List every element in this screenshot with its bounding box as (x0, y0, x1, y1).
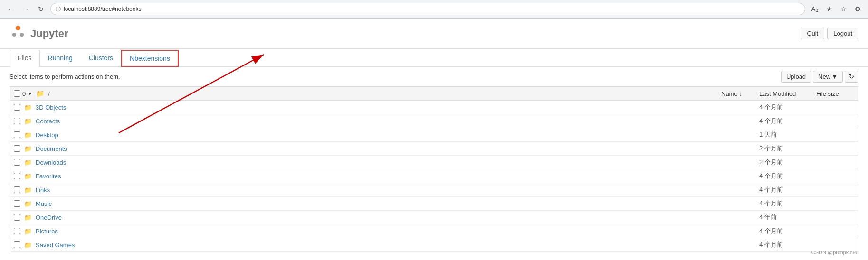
file-checkbox[interactable] (14, 118, 20, 124)
file-row-left: 📁 Music (14, 200, 759, 207)
breadcrumb-sep: / (48, 90, 50, 97)
browser-toolbar: ← → ↻ ⓘ localhost:8889/tree#notebooks A₂… (0, 0, 868, 18)
file-row-left: 📁 Saved Games (14, 241, 759, 249)
upload-button[interactable]: Upload (781, 71, 811, 83)
select-count: 0 (22, 90, 26, 97)
refresh-button[interactable]: ↻ (35, 3, 47, 15)
back-button[interactable]: ← (5, 3, 16, 15)
new-dropdown-arrow: ▼ (831, 73, 838, 80)
forward-button[interactable]: → (20, 3, 31, 15)
table-row: 📁 Links 4 个月前 (10, 183, 858, 197)
file-row-right: 4 个月前 (759, 172, 854, 180)
select-message: Select items to perform actions on them. (10, 73, 120, 80)
file-row-left: 📁 Pictures (14, 228, 759, 235)
file-name-link[interactable]: Contacts (36, 118, 60, 125)
tab-files[interactable]: Files (10, 50, 40, 67)
folder-icon: 📁 (24, 159, 32, 166)
col-last-modified-header: Last Modified (759, 90, 816, 97)
svg-point-0 (16, 26, 20, 30)
new-button[interactable]: New ▼ (813, 71, 843, 83)
extensions-button[interactable]: ★ (823, 3, 835, 15)
folder-icon: 📁 (24, 241, 32, 249)
quit-button[interactable]: Quit (801, 28, 824, 39)
header-buttons: Quit Logout (801, 28, 858, 39)
breadcrumb-folder-icon: 📁 (36, 90, 44, 97)
file-modified: 4 个月前 (759, 117, 816, 125)
file-row-left: 📁 Contacts (14, 118, 759, 125)
file-modified: 2 个月前 (759, 158, 816, 167)
address-text: localhost:8889/tree#notebooks (64, 6, 141, 12)
table-row: 📁 3D Objects 4 个月前 (10, 101, 858, 114)
table-row: 📁 Music 4 个月前 (10, 197, 858, 211)
svg-point-2 (20, 33, 24, 37)
file-checkbox[interactable] (14, 200, 20, 207)
file-name-link[interactable]: 3D Objects (36, 104, 66, 111)
select-dropdown-arrow[interactable]: ▼ (28, 91, 32, 96)
file-list-header: 0 ▼ 📁 / Name ↓ Last Modified File s (10, 86, 858, 101)
reader-mode-button[interactable]: A₂ (809, 3, 820, 15)
table-row: 📁 Downloads 2 个月前 (10, 156, 858, 169)
tab-clusters[interactable]: Clusters (81, 50, 121, 67)
file-name-link[interactable]: Pictures (36, 228, 58, 235)
jupyter-tabs: Files Running Clusters Nbextensions (0, 50, 868, 67)
file-checkbox[interactable] (14, 241, 20, 248)
file-row-left: 📁 Favorites (14, 173, 759, 180)
folder-icon: 📁 (24, 214, 32, 221)
file-name-link[interactable]: Links (36, 186, 50, 194)
table-row: 📁 Contacts 4 个月前 (10, 114, 858, 128)
file-modified: 4 个月前 (759, 186, 816, 194)
file-checkbox[interactable] (14, 145, 20, 152)
file-checkbox[interactable] (14, 214, 20, 221)
file-row-right: 4 个月前 (759, 103, 854, 111)
table-row: 📁 Documents 2 个月前 (10, 142, 858, 156)
logout-button[interactable]: Logout (827, 28, 858, 39)
file-name-link[interactable]: Documents (36, 145, 67, 152)
toolbar-left: Select items to perform actions on them. (10, 73, 120, 80)
sort-icon: ↓ (739, 90, 743, 97)
header-left: 0 ▼ 📁 / (14, 90, 721, 97)
toolbar-refresh-button[interactable]: ↻ (845, 71, 858, 83)
name-label: Name (721, 90, 738, 97)
file-name-link[interactable]: Favorites (36, 173, 61, 180)
file-name-link[interactable]: OneDrive (36, 214, 62, 221)
file-name-link[interactable]: Music (36, 200, 52, 207)
col-name-header[interactable]: Name ↓ (721, 90, 759, 97)
file-checkbox[interactable] (14, 104, 20, 111)
folder-icon: 📁 (24, 228, 32, 235)
file-modified: 4 个月前 (759, 241, 816, 249)
file-modified: 2 个月前 (759, 144, 816, 153)
file-checkbox[interactable] (14, 173, 20, 179)
table-row: 📁 Pictures 4 个月前 (10, 224, 858, 238)
jupyter-logo-text: Jupyter (30, 28, 68, 40)
file-row-right: 4 个月前 (759, 227, 854, 235)
file-row-left: 📁 Downloads (14, 159, 759, 166)
file-row-right: 2 个月前 (759, 144, 854, 153)
favorites-button[interactable]: ☆ (838, 3, 849, 15)
tab-nbextensions[interactable]: Nbextensions (121, 50, 179, 67)
browser-chrome: ← → ↻ ⓘ localhost:8889/tree#notebooks A₂… (0, 0, 868, 19)
file-row-right: 1 天前 (759, 130, 854, 139)
jupyter-page: Jupyter Quit Logout Files Running Cluste… (0, 19, 868, 260)
address-bar[interactable]: ⓘ localhost:8889/tree#notebooks (50, 3, 805, 15)
jupyter-toolbar: Select items to perform actions on them.… (0, 67, 868, 86)
file-modified: 4 个月前 (759, 199, 816, 208)
file-name-link[interactable]: Desktop (36, 131, 58, 139)
file-checkbox[interactable] (14, 159, 20, 166)
jupyter-header: Jupyter Quit Logout (0, 19, 868, 49)
file-checkbox[interactable] (14, 228, 20, 234)
file-checkbox[interactable] (14, 131, 20, 138)
folder-icon: 📁 (24, 118, 32, 125)
browser-right-icons: A₂ ★ ☆ ⚙ (809, 3, 863, 15)
select-all-checkbox[interactable] (14, 90, 20, 97)
table-row: 📁 OneDrive 4 年前 (10, 211, 858, 224)
tab-running[interactable]: Running (40, 50, 81, 67)
file-name-link[interactable]: Downloads (36, 159, 66, 166)
select-all-row: 0 ▼ (14, 90, 32, 97)
file-name-link[interactable]: Saved Games (36, 241, 75, 249)
file-row-right: 2 个月前 (759, 158, 854, 167)
file-checkbox[interactable] (14, 186, 20, 193)
jupyter-logo: Jupyter (10, 23, 68, 44)
profile-button[interactable]: ⚙ (852, 3, 863, 15)
table-row: 📁 Favorites 4 个月前 (10, 169, 858, 183)
security-icon: ⓘ (56, 6, 61, 13)
